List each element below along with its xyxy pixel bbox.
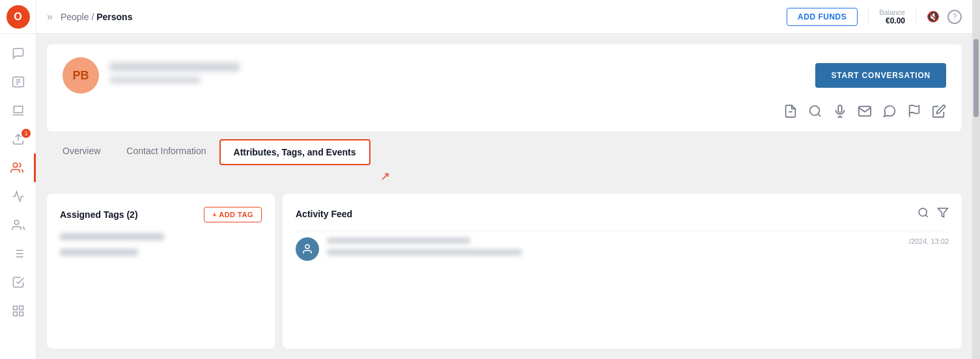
profile-top: PB START CONVERSATION xyxy=(63,57,946,94)
tabs: Overview Contact Information Attributes,… xyxy=(47,139,962,165)
voice-icon[interactable] xyxy=(833,104,847,118)
breadcrumb: People / Persons xyxy=(61,12,133,22)
header-divider xyxy=(868,9,869,25)
search-contact-icon[interactable] xyxy=(808,104,822,118)
activity-header: Activity Feed xyxy=(296,207,949,221)
sidebar-item-lists[interactable] xyxy=(0,239,36,268)
sidebar-logo[interactable]: O xyxy=(0,0,36,34)
svg-rect-7 xyxy=(13,312,17,316)
sidebar-item-workflows[interactable] xyxy=(0,268,36,297)
sidebar-item-people[interactable] xyxy=(0,153,36,182)
breadcrumb-current: Persons xyxy=(96,12,132,22)
svg-rect-4 xyxy=(13,306,17,310)
balance-amount: €0.00 xyxy=(886,16,905,25)
svg-marker-17 xyxy=(938,208,948,217)
main-area: » People / Persons ADD FUNDS Balance €0.… xyxy=(36,0,972,359)
sidebar-item-inbox[interactable] xyxy=(0,39,36,68)
sidebar: O 1 xyxy=(0,0,36,359)
activity-panel: Activity Feed xyxy=(283,194,962,349)
add-tag-button[interactable]: + ADD TAG xyxy=(204,207,262,222)
balance-section: Balance €0.00 xyxy=(879,8,905,25)
inbox-badge: 1 xyxy=(21,129,31,138)
tab-overview[interactable]: Overview xyxy=(49,139,113,165)
sidebar-nav: 1 xyxy=(0,34,36,359)
breadcrumb-people[interactable]: People / xyxy=(61,12,94,22)
tags-panel: Assigned Tags (2) + ADD TAG xyxy=(47,194,275,349)
svg-rect-6 xyxy=(19,312,23,316)
header-divider-2 xyxy=(916,9,916,25)
add-funds-button[interactable]: ADD FUNDS xyxy=(787,8,858,26)
sidebar-item-analytics[interactable] xyxy=(0,182,36,211)
logo-icon: O xyxy=(7,5,30,29)
top-header: » People / Persons ADD FUNDS Balance €0.… xyxy=(36,0,972,34)
content-area: PB START CONVERSATION xyxy=(36,34,972,359)
svg-rect-11 xyxy=(838,105,842,113)
activity-detail-blurred xyxy=(327,249,522,256)
panels: Assigned Tags (2) + ADD TAG Activity Fee… xyxy=(47,194,962,349)
notes-icon[interactable] xyxy=(932,104,946,118)
help-icon[interactable]: ? xyxy=(947,10,962,24)
whatsapp-icon[interactable] xyxy=(882,104,897,118)
activity-item: /2024, 13:02 xyxy=(296,232,949,261)
tags-header: Assigned Tags (2) + ADD TAG xyxy=(60,207,262,222)
profile-subtitle-blurred xyxy=(109,77,201,83)
svg-point-9 xyxy=(810,106,820,116)
activity-timestamp: /2024, 13:02 xyxy=(909,237,949,245)
activity-filter-icon[interactable] xyxy=(937,207,949,221)
sidebar-item-more[interactable] xyxy=(0,297,36,325)
tag-item-1 xyxy=(60,233,164,241)
sidebar-item-campaigns[interactable] xyxy=(0,96,36,125)
scrollbar[interactable] xyxy=(972,0,980,359)
tab-attributes-tags-events[interactable]: Attributes, Tags, and Events xyxy=(219,139,371,165)
email-icon[interactable] xyxy=(858,104,872,118)
scrollbar-thumb xyxy=(973,39,979,117)
sidebar-item-contacts[interactable] xyxy=(0,68,36,96)
svg-point-3 xyxy=(14,220,19,225)
note-icon[interactable] xyxy=(783,104,798,118)
arrow-down-icon: ↗ xyxy=(380,169,390,183)
start-conversation-button[interactable]: START CONVERSATION xyxy=(815,63,946,88)
svg-line-10 xyxy=(818,114,820,116)
flag-icon[interactable] xyxy=(907,104,921,118)
sidebar-item-reports[interactable]: 1 xyxy=(0,125,36,153)
profile-name-area xyxy=(109,62,805,88)
profile-action-icons xyxy=(63,104,946,118)
sidebar-toggle[interactable]: » xyxy=(47,11,53,23)
activity-avatar xyxy=(296,237,319,261)
svg-line-16 xyxy=(925,215,927,217)
svg-point-18 xyxy=(305,245,309,248)
activity-header-icons xyxy=(917,207,949,221)
activity-row-top: /2024, 13:02 xyxy=(327,237,949,245)
svg-point-2 xyxy=(13,163,18,168)
profile-name-blurred xyxy=(109,62,240,72)
sidebar-item-segments[interactable] xyxy=(0,211,36,239)
activity-text-blurred xyxy=(327,237,470,244)
activity-search-icon[interactable] xyxy=(917,207,929,221)
mute-icon[interactable]: 🔇 xyxy=(927,10,940,23)
activity-content: /2024, 13:02 xyxy=(327,237,949,256)
activity-title: Activity Feed xyxy=(296,209,917,219)
svg-rect-5 xyxy=(19,306,23,310)
header-icons: 🔇 ? xyxy=(927,10,962,24)
balance-label: Balance xyxy=(879,8,905,16)
profile-card: PB START CONVERSATION xyxy=(47,44,962,131)
svg-point-15 xyxy=(919,208,927,216)
tags-title: Assigned Tags (2) xyxy=(60,209,138,220)
tag-item-2 xyxy=(60,248,138,256)
tab-contact-information[interactable]: Contact Information xyxy=(113,139,219,165)
tab-arrow-indicator: ↗ xyxy=(47,169,962,183)
avatar: PB xyxy=(63,57,99,94)
header-right: ADD FUNDS Balance €0.00 🔇 ? xyxy=(787,8,962,26)
